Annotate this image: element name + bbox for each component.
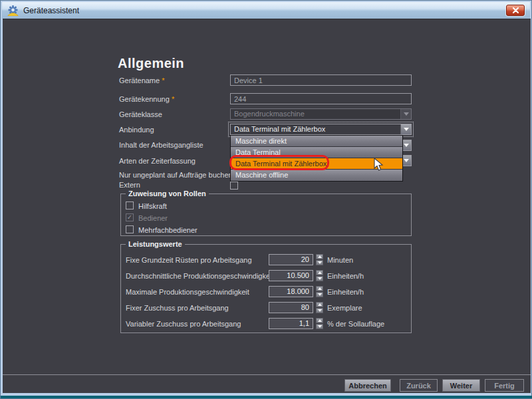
fertig-button: Fertig <box>485 379 524 392</box>
title-bar: Geräteassistent <box>2 2 530 19</box>
fixe-grundzeit-input[interactable]: 20 <box>269 254 313 265</box>
extern-label: Extern <box>119 181 140 189</box>
fixe-grundzeit-label: Fixe Grundzeit Rüsten pro Arbeitsgang <box>126 256 252 264</box>
bediener-label: Bediener <box>138 214 168 222</box>
extern-checkbox[interactable] <box>230 182 238 190</box>
maximale-geschwindigkeit-unit: Einheiten/h <box>327 288 364 296</box>
performance-group-title: Leistungswerte <box>126 240 185 248</box>
geraetename-input[interactable] <box>230 74 412 86</box>
chevron-down-icon <box>404 112 409 116</box>
required-asterisk: * <box>162 76 164 84</box>
fixe-grundzeit-unit: Minuten <box>327 256 353 264</box>
spin-up-button[interactable] <box>316 302 323 307</box>
arrow-up-icon <box>318 271 322 274</box>
maximale-geschwindigkeit-stepper <box>316 286 323 297</box>
spin-up-button[interactable] <box>316 286 323 291</box>
chevron-down-icon <box>404 159 409 162</box>
page-title: Allgemein <box>118 56 184 71</box>
spin-up-button[interactable] <box>316 270 323 275</box>
anbindung-dropdown-button[interactable] <box>400 124 411 134</box>
geraeteklasse-dropdown-button <box>400 109 411 119</box>
geraeteassistent-window: Geräteassistent Allgemein Gerätename * G… <box>0 0 532 399</box>
nur-ungeplant-label: Nur ungeplant auf Aufträge buchen <box>119 171 233 179</box>
spin-down-button[interactable] <box>316 308 323 313</box>
dropdown-option-maschine-direkt[interactable]: Maschine direkt <box>231 136 402 147</box>
roles-group-title: Zuweisung von Rollen <box>126 190 209 198</box>
spin-down-button[interactable] <box>316 324 323 329</box>
spin-up-button[interactable] <box>316 254 323 259</box>
hilfskraft-label: Hilfskraft <box>138 202 167 210</box>
inhalt-arbeitsgangliste-label: Inhalt der Arbeitsgangliste <box>119 141 203 149</box>
variabler-zuschuss-label: Variabler Zuschuss pro Arbeitsgang <box>126 320 241 328</box>
mouse-cursor-icon <box>374 158 384 172</box>
arrow-down-icon <box>318 325 322 328</box>
arrow-up-icon <box>318 319 322 322</box>
bediener-checkbox <box>126 213 134 221</box>
geraetekennung-input[interactable] <box>230 93 412 104</box>
chevron-down-icon <box>404 144 409 147</box>
arrow-up-icon <box>318 255 322 258</box>
anbindung-label: Anbindung <box>119 126 154 134</box>
arrow-up-icon <box>318 303 322 306</box>
mehrfachbediener-label: Mehrfachbediener <box>138 226 198 234</box>
fixer-zuschuss-label: Fixer Zuschuss pro Arbeitsgang <box>126 304 229 312</box>
anbindung-combobox[interactable]: Data Terminal mit Zählerbox <box>230 124 412 135</box>
arten-zeiterfassung-label: Arten der Zeiterfassung <box>119 157 196 165</box>
geraeteklasse-value: Bogendruckmaschine <box>231 109 400 119</box>
geraetekennung-label: Gerätekennung * <box>119 95 174 103</box>
geraeteklasse-label: Geräteklasse <box>119 110 162 118</box>
fixer-zuschuss-stepper <box>316 302 323 313</box>
abbrechen-button[interactable]: Abbrechen <box>344 379 391 392</box>
arrow-down-icon <box>318 293 322 296</box>
app-icon <box>7 5 19 16</box>
durchschnitt-geschwindigkeit-stepper <box>316 270 323 281</box>
required-asterisk: * <box>172 95 174 103</box>
window-title: Geräteassistent <box>23 6 79 15</box>
arrow-up-icon <box>318 287 322 290</box>
fixer-zuschuss-unit: Exemplare <box>327 304 362 312</box>
variabler-zuschuss-stepper <box>316 318 323 329</box>
arrow-down-icon <box>318 309 322 312</box>
fixe-grundzeit-stepper <box>316 254 323 265</box>
durchschnitt-geschwindigkeit-input[interactable]: 10.500 <box>269 270 313 281</box>
maximale-geschwindigkeit-label: Maximale Produktionsgeschwindigkeit <box>126 288 249 296</box>
close-button[interactable] <box>506 5 525 16</box>
geraetename-label: Gerätename * <box>119 76 165 84</box>
maximale-geschwindigkeit-input[interactable]: 18.000 <box>269 286 313 297</box>
spin-down-button[interactable] <box>316 276 323 281</box>
fixer-zuschuss-input[interactable]: 80 <box>269 302 313 313</box>
anbindung-value: Data Terminal mit Zählerbox <box>231 124 400 134</box>
mehrfachbediener-checkbox[interactable] <box>126 225 134 233</box>
variabler-zuschuss-input[interactable]: 1,1 <box>269 318 313 329</box>
durchschnitt-geschwindigkeit-unit: Einheiten/h <box>327 272 364 280</box>
chevron-down-icon <box>404 128 409 131</box>
footer-separator <box>3 374 531 375</box>
spin-up-button[interactable] <box>316 318 323 323</box>
arrow-down-icon <box>318 261 322 264</box>
arrow-down-icon <box>318 277 322 280</box>
hilfskraft-checkbox[interactable] <box>126 201 134 209</box>
window-bottom-edge <box>1 396 532 398</box>
spin-down-button[interactable] <box>316 260 323 265</box>
highlight-annotation <box>229 155 329 170</box>
durchschnitt-geschwindigkeit-label: Durchschnittliche Produktionsgeschwindig… <box>126 272 274 280</box>
zurueck-button: Zurück <box>400 379 438 392</box>
close-icon <box>513 7 519 13</box>
weiter-button[interactable]: Weiter <box>442 379 480 392</box>
spin-down-button[interactable] <box>316 292 323 297</box>
geraeteklasse-combobox: Bogendruckmaschine <box>230 108 412 120</box>
variabler-zuschuss-unit: % der Sollauflage <box>327 320 384 328</box>
